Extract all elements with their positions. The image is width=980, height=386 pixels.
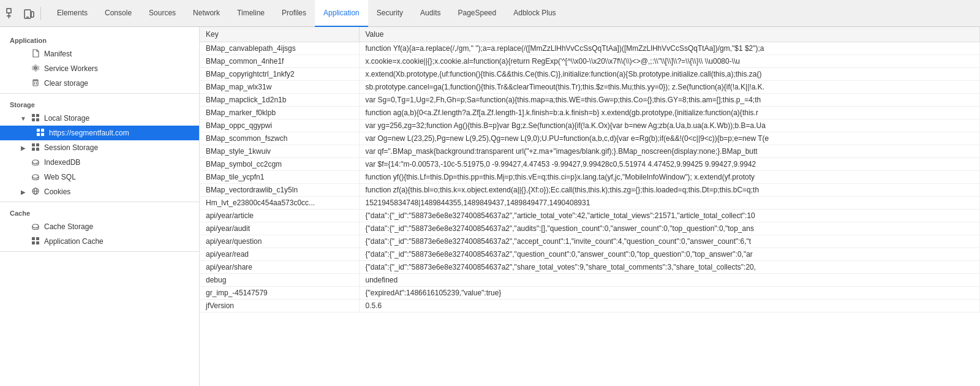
cell-key: BMap_vectordrawlib_c1y5ln (200, 184, 359, 197)
cell-value: function yf(){this.Lf=this.Dp=this.pp=th… (359, 171, 980, 184)
svg-rect-35 (32, 241, 35, 244)
session-storage-arrow-icon: ▶ (20, 145, 27, 151)
devtools-tabs: ElementsConsoleSourcesNetworkTimelinePro… (48, 0, 565, 26)
sidebar-item-cookies[interactable]: ▶ Cookies (0, 184, 199, 199)
table-row[interactable]: api/year/read{"data":{"_id":"58873e6e8e3… (200, 248, 980, 261)
toolbar-icon-group (5, 7, 41, 20)
cell-key: BMap_symbol_cc2cgm (200, 158, 359, 171)
svg-rect-33 (32, 237, 35, 240)
cell-value: function ag(a,b){0<a.Zf.length?a.Zf[a.Zf… (359, 107, 980, 119)
svg-rect-16 (41, 133, 44, 136)
table-row[interactable]: BMap_canvablepath_4ijsgsfunction Yf(a){a… (200, 42, 980, 55)
service-workers-icon (31, 64, 40, 74)
cell-key: api/year/question (200, 235, 359, 248)
table-row[interactable]: BMap_marker_f0klpbfunction ag(a,b){0<a.Z… (200, 107, 980, 119)
sidebar-item-service-workers[interactable]: Service Workers (0, 61, 199, 76)
local-storage-label: Local Storage (44, 114, 89, 123)
indexeddb-icon (31, 157, 40, 168)
sidebar-item-cache-storage[interactable]: Cache Storage (0, 219, 199, 234)
sidebar-item-web-sql[interactable]: Web SQL (0, 170, 199, 184)
svg-rect-36 (36, 241, 39, 244)
cell-key: Hm_lvt_e23800c454aa573c0cc... (200, 197, 359, 210)
local-storage-sf-label: https://segmentfault.com (49, 129, 129, 137)
local-storage-icon (31, 113, 40, 124)
svg-rect-14 (41, 129, 44, 132)
table-row[interactable]: jfVersion0.5.6 (200, 300, 980, 312)
cell-value: undefined (359, 274, 980, 287)
tab-security[interactable]: Security (368, 0, 412, 27)
device-icon[interactable] (22, 7, 36, 20)
cache-storage-icon (31, 222, 40, 232)
service-workers-label: Service Workers (44, 64, 98, 73)
sidebar-item-local-storage-sf[interactable]: https://segmentfault.com (0, 126, 199, 140)
svg-rect-34 (36, 237, 39, 240)
table-row[interactable]: BMap_map_wlx31wsb.prototype.cancel=ga(1,… (200, 81, 980, 94)
table-wrapper[interactable]: Key Value BMap_canvablepath_4ijsgsfuncti… (200, 27, 980, 386)
cell-key: BMap_oppc_qgypwi (200, 119, 359, 132)
table-row[interactable]: debugundefined (200, 274, 980, 287)
tab-sources[interactable]: Sources (140, 0, 184, 27)
table-row[interactable]: api/year/share{"data":{"_id":"58873e6e8e… (200, 261, 980, 274)
inspect-icon[interactable] (5, 7, 18, 20)
table-row[interactable]: api/year/audit{"data":{"_id":"58873e6e8e… (200, 222, 980, 235)
table-row[interactable]: BMap_style_1kwuivvar qf=".BMap_mask{back… (200, 145, 980, 158)
devtools-toolbar: ElementsConsoleSourcesNetworkTimelinePro… (0, 0, 980, 27)
table-row[interactable]: BMap_copyrightctrl_1nkfy2x.extend(Xb.pro… (200, 68, 980, 81)
cell-value: 0.5.6 (359, 300, 980, 312)
sidebar: Application Manifest Service Workers Cle… (0, 27, 200, 386)
content-area: Key Value BMap_canvablepath_4ijsgsfuncti… (200, 27, 980, 386)
svg-point-24 (32, 175, 39, 178)
cookies-arrow-icon: ▶ (20, 189, 27, 195)
tab-console[interactable]: Console (96, 0, 140, 27)
svg-rect-6 (33, 81, 38, 86)
cell-key: api/year/audit (200, 222, 359, 235)
svg-rect-0 (7, 9, 11, 13)
table-row[interactable]: BMap_common_4nhe1fx.cookie=x.cookie||{};… (200, 55, 980, 68)
sidebar-item-clear-storage[interactable]: Clear storage (0, 76, 199, 91)
svg-rect-4 (31, 12, 34, 17)
sidebar-item-application-cache[interactable]: Application Cache (0, 234, 199, 249)
cell-value: {"expiredAt":1486616105239,"value":true} (359, 287, 980, 300)
tab-adblock[interactable]: Adblock Plus (505, 0, 564, 27)
cell-value: var Sg=0,Tg=1,Ug=2,Fh,Gh=p;Sa=function(a… (359, 94, 980, 107)
tab-network[interactable]: Network (184, 0, 228, 27)
tab-audits[interactable]: Audits (412, 0, 449, 27)
tab-profiles[interactable]: Profiles (273, 0, 315, 27)
svg-rect-19 (32, 148, 35, 151)
cell-value: {"data":{"_id":"58873e6e8e327400854637a2… (359, 248, 980, 261)
cell-key: BMap_scommon_fszwch (200, 132, 359, 145)
table-row[interactable]: api/year/question{"data":{"_id":"58873e6… (200, 235, 980, 248)
cell-key: gr_imp_-45147579 (200, 287, 359, 300)
table-row[interactable]: BMap_scommon_fszwchvar Og=new L(23,25),P… (200, 132, 980, 145)
tab-pagespeed[interactable]: PageSpeed (449, 0, 505, 27)
cell-value: var yg=256,zg=32;function Ag(){this.B=p}… (359, 119, 980, 132)
tab-timeline[interactable]: Timeline (228, 0, 273, 27)
sidebar-item-indexeddb[interactable]: IndexedDB (0, 155, 199, 170)
cell-value: x.extend(Xb.prototype,{uf:function(){thi… (359, 68, 980, 81)
storage-table: Key Value BMap_canvablepath_4ijsgsfuncti… (200, 27, 980, 312)
local-storage-sf-icon (36, 128, 45, 138)
cell-key: api/year/read (200, 248, 359, 261)
cell-key: BMap_marker_f0klpb (200, 107, 359, 119)
table-row[interactable]: BMap_oppc_qgypwivar yg=256,zg=32;functio… (200, 119, 980, 132)
cookies-label: Cookies (44, 187, 70, 196)
table-row[interactable]: BMap_mapclick_1d2n1bvar Sg=0,Tg=1,Ug=2,F… (200, 94, 980, 107)
sidebar-item-session-storage[interactable]: ▶ Session Storage (0, 140, 199, 155)
table-row[interactable]: api/year/article{"data":{"_id":"58873e6e… (200, 210, 980, 222)
cookies-icon (31, 187, 40, 197)
cell-key: BMap_map_wlx31w (200, 81, 359, 94)
local-storage-arrow-icon: ▼ (20, 115, 27, 122)
sidebar-item-local-storage[interactable]: ▼ Local Storage (0, 111, 199, 126)
svg-rect-20 (36, 148, 39, 151)
table-row[interactable]: BMap_vectordrawlib_c1y5lnfunction zf(a){… (200, 184, 980, 197)
tab-elements[interactable]: Elements (48, 0, 96, 27)
sidebar-item-manifest[interactable]: Manifest (0, 47, 199, 61)
table-row[interactable]: gr_imp_-45147579{"expiredAt":14866161052… (200, 287, 980, 300)
table-row[interactable]: Hm_lvt_e23800c454aa573c0cc...15219458347… (200, 197, 980, 210)
cell-key: BMap_mapclick_1d2n1b (200, 94, 359, 107)
sidebar-section-application: Application (0, 32, 199, 47)
tab-application[interactable]: Application (315, 0, 368, 27)
session-storage-label: Session Storage (44, 143, 98, 152)
table-row[interactable]: BMap_symbol_cc2cgmvar $f={14:"m-0.00573,… (200, 158, 980, 171)
table-row[interactable]: BMap_tile_ycpfn1function yf(){this.Lf=th… (200, 171, 980, 184)
